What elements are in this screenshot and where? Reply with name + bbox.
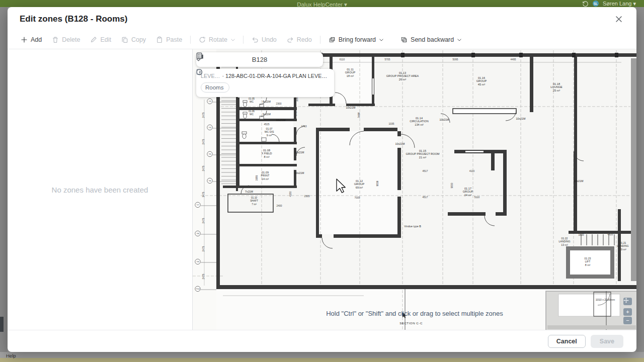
bring-forward-button[interactable]: Bring forward [324,33,388,46]
dimension-label: 7005 [355,197,360,199]
dimension-label: 2475 [202,246,205,251]
app-background-right [636,7,644,352]
rotate-button[interactable]: Rotate [194,33,240,46]
drawing-name: · 128-ABC-01-DR-A-104-GA PLAN LEVE… [222,73,327,79]
bring-forward-label: Bring forward [339,36,376,43]
help-link[interactable]: Help [6,353,16,358]
undo-button[interactable]: Undo [247,33,282,46]
svg-text:Y4: Y4 [208,126,211,129]
pan-button[interactable] [623,298,632,305]
room-label: 01.09PRINT14 m² [261,171,270,180]
copy-icon [121,36,128,43]
dimension-label: 4525 [264,123,270,126]
door-size-label: 7x21M [245,190,253,193]
door-size-label: 8x21M [263,100,271,103]
redo-icon [287,36,294,43]
dimension-label: 2475 [202,218,205,223]
door-size-label: 10x21M [440,118,449,121]
toolbar: Add Delete Edit Copy Paste Rotate Undo [8,31,636,49]
dimension-label: 4110 [469,170,475,172]
app-background-bottom [0,352,644,358]
grid-bubble: Y9 [195,259,200,264]
add-button[interactable]: Add [16,33,47,46]
pan-icon [623,298,629,303]
cancel-button[interactable]: Cancel [548,335,586,348]
grid-bubble: Y3 [207,99,212,104]
dialog-title: Edit zones (B128 - Rooms) [20,14,127,24]
building-selector[interactable]: B128 [196,52,323,67]
dimension-label: 4180 [289,191,292,197]
paste-button[interactable]: Paste [151,33,187,46]
close-icon [615,16,622,23]
door-size-label: 10x21M [516,117,526,120]
svg-text:Y3: Y3 [208,100,211,103]
plan-note: 1010 x 2100mm [596,298,615,301]
app-background-strip [0,358,644,362]
plan-note: SECTION C-C [399,321,423,325]
dimension-label: 4495 [511,58,516,61]
chevron-down-icon[interactable] [379,39,383,41]
dimension-label: 2400 [277,205,282,207]
chevron-down-icon[interactable] [231,39,235,41]
chevron-down-icon[interactable] [457,39,461,41]
dimension-label: 5095 [453,58,458,61]
rotate-label: Rotate [209,36,227,43]
toolbar-separator [190,36,191,44]
svg-text:Y9: Y9 [196,260,199,263]
door-icon [196,69,202,75]
redo-button[interactable]: Redo [282,33,317,46]
copy-button[interactable]: Copy [116,33,151,46]
user-menu[interactable]: Søren Lang ▾ [603,1,636,7]
app-sidebar-fragment [0,317,4,332]
svg-text:Y10: Y10 [196,288,200,290]
rotate-icon [199,36,206,43]
dimension-label: 5830 [451,183,453,188]
close-button[interactable] [613,14,624,25]
grid-bubble: Y4 [207,125,212,130]
dimension-label: 9836 [376,180,379,186]
edit-zones-dialog: Edit zones (B128 - Rooms) Add Delete Edi… [8,7,636,352]
door-size-label: 10x21M [346,106,356,109]
delete-label: Delete [62,36,80,43]
send-backward-label: Send backward [411,36,454,43]
dimension-label: 1035 [389,123,394,125]
grid-bubble: Y10 [195,286,200,291]
copy-label: Copy [131,36,146,43]
plan-note: Vindue type B [404,225,421,228]
paste-label: Paste [166,36,182,43]
avatar: SL [593,1,599,7]
floor-plan-canvas[interactable]: Y3Y4Y5Y6Y7Y8Y9Y10 01.05WC01.06WC01.07WC … [193,49,636,330]
level-label: LEVE… [201,73,220,79]
delete-button[interactable]: Delete [47,33,85,46]
dimension-label: 1763 [301,125,307,128]
dimension-label: 1985 [256,175,258,180]
history-icon[interactable] [582,1,589,7]
door-size-label: 10x21M [276,119,286,122]
map-controls: + − [623,298,632,324]
send-backward-button[interactable]: Send backward [395,33,466,46]
save-button[interactable]: Save [591,335,623,348]
dimension-label: 2305 [304,195,310,198]
dimension-label: 2475 [202,112,205,118]
rooms-category-chip[interactable]: Rooms [201,82,229,93]
plus-icon [21,36,28,43]
grid-bubble: Y6 [207,178,212,183]
edit-button[interactable]: Edit [85,33,116,46]
svg-text:Y7: Y7 [196,204,199,206]
send-backward-icon [400,36,408,43]
dimension-label: 5705 [385,58,390,61]
undo-icon [252,36,259,43]
zoom-in-button[interactable]: + [623,308,632,316]
drawing-info-card: LEVE… · 128-ABC-01-DR-A-104-GA PLAN LEVE… [196,69,334,97]
dimension-label: 2300 [276,103,282,105]
bring-forward-icon [329,36,336,43]
svg-text:Y5: Y5 [208,153,211,155]
app-top-bar: Dalux HelpCenter ▾ SL Søren Lang ▾ [0,0,644,7]
dimension-label: 4517 [423,170,428,172]
dimension-label: 2475 [202,165,205,171]
zoom-out-button[interactable]: − [623,317,632,324]
redo-label: Redo [297,36,312,43]
dimension-label: 1150 [296,96,298,102]
empty-state-message: No zones have been created [52,186,148,194]
dialog-header: Edit zones (B128 - Rooms) [8,7,636,31]
